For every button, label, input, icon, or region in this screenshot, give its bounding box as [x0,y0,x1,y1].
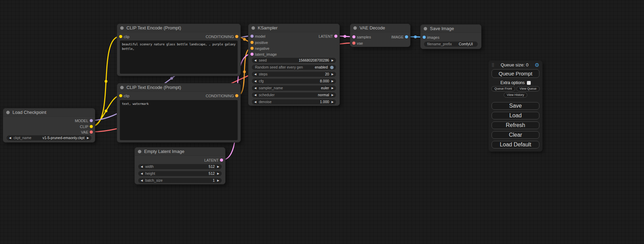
clear-button[interactable]: Clear [492,131,539,139]
queue-panel-header: ⣿ Queue size: 0 ⚙ [488,61,542,68]
input-label-vae: vae [357,41,363,46]
output-port-model[interactable] [90,119,93,122]
widget-sampler-name[interactable]: ◀ sampler_name euler ▶ [252,85,336,91]
input-port-samples[interactable] [352,35,355,38]
decrement-arrow-icon[interactable]: ◀ [254,72,256,77]
node-titlebar[interactable]: Load Checkpoint [3,108,95,117]
decrement-arrow-icon[interactable]: ◀ [141,164,143,169]
collapse-dot[interactable] [6,111,10,114]
increment-arrow-icon[interactable]: ▶ [332,79,334,84]
decrement-arrow-icon[interactable]: ◀ [254,79,256,84]
node-titlebar[interactable]: VAE Decode [350,24,410,32]
widget-denoise[interactable]: ◀ denoise 1.000 ▶ [252,99,336,105]
input-label-clip: clip [124,93,130,98]
widget-height[interactable]: ◀ height 512 ▶ [138,171,222,176]
save-button[interactable]: Save [492,102,539,110]
input-port-model[interactable] [250,35,254,38]
widget-width[interactable]: ◀ width 512 ▶ [138,164,222,169]
node-titlebar[interactable]: CLIP Text Encode (Prompt) [117,83,240,92]
output-port-latent[interactable] [334,35,337,38]
node-ksampler[interactable]: KSampler model positive negative latent_… [248,24,340,106]
node-titlebar[interactable]: KSampler [248,24,339,32]
input-port-negative[interactable] [250,47,254,50]
decrement-arrow-icon[interactable]: ◀ [254,58,256,63]
widget-batch-size[interactable]: ◀ batch_size 1 ▶ [138,178,222,183]
input-port-clip[interactable] [119,35,122,38]
collapse-dot[interactable] [353,26,357,30]
widget-seed[interactable]: ◀ seed 156680208700286 ▶ [252,58,336,63]
output-label-conditioning: CONDITIONING [206,93,234,98]
decrement-arrow-icon[interactable]: ◀ [141,171,143,176]
widget-ckpt-name[interactable]: ◀ ckpt_name v1-5-pruned-emaonly.ckpt ▶ [7,135,91,141]
widget-label: sampler_name [259,85,321,91]
output-port-image[interactable] [405,35,408,38]
decrement-arrow-icon[interactable]: ◀ [254,92,256,98]
node-title: CLIP Text Encode (Prompt) [126,85,181,90]
node-titlebar[interactable]: Empty Latent Image [135,147,225,156]
increment-arrow-icon[interactable]: ▶ [87,135,89,141]
decrement-arrow-icon[interactable]: ◀ [254,99,256,105]
widget-label: batch_size [145,178,213,183]
input-port-clip[interactable] [119,94,122,97]
increment-arrow-icon[interactable]: ▶ [217,178,219,183]
widget-label: denoise [259,99,320,105]
increment-arrow-icon[interactable]: ▶ [217,164,219,169]
decrement-arrow-icon[interactable]: ◀ [9,135,11,141]
input-label-positive: positive [255,40,268,45]
queue-prompt-button[interactable]: Queue Prompt [492,69,539,78]
view-queue-button[interactable]: View Queue [517,86,540,91]
load-default-button[interactable]: Load Default [492,141,539,148]
widget-filename-prefix[interactable]: filename_prefix ComfyUI [424,42,478,47]
collapse-dot[interactable] [252,26,255,30]
widget-scheduler[interactable]: ◀ scheduler normal ▶ [252,92,336,98]
widget-cfg[interactable]: ◀ cfg 8.000 ▶ [252,79,336,84]
increment-arrow-icon[interactable]: ▶ [332,72,334,77]
output-port-latent[interactable] [220,159,223,162]
collapse-dot[interactable] [138,150,141,153]
widget-random-seed-toggle[interactable]: Random seed after every gen enabled [252,65,336,70]
decrement-arrow-icon[interactable]: ◀ [254,85,256,91]
prompt-textarea[interactable]: text, watermark [120,100,238,140]
widget-value: 156680208700286 [299,58,329,63]
node-save-image[interactable]: Save Image images filename_prefix ComfyU… [420,24,482,49]
widget-value: 20 [325,72,329,77]
widget-label: seed [259,58,299,63]
node-title: VAE Decode [360,25,385,30]
node-titlebar[interactable]: CLIP Text Encode (Prompt) [117,24,240,32]
widget-value: 512 [209,164,215,169]
increment-arrow-icon[interactable]: ▶ [332,85,334,91]
node-empty-latent-image[interactable]: Empty Latent Image LATENT ◀ width 512 ▶ … [134,147,226,184]
output-port-conditioning[interactable] [235,35,238,38]
node-titlebar[interactable]: Save Image [421,25,481,33]
output-port-conditioning[interactable] [235,94,238,97]
prompt-textarea[interactable]: beautiful scenery nature glass bottle la… [120,40,238,74]
queue-front-button[interactable]: Queue Front [491,86,515,91]
extra-options-checkbox[interactable] [527,81,531,85]
node-vae-decode[interactable]: VAE Decode samples vae IMAGE [350,24,411,47]
widget-steps[interactable]: ◀ steps 20 ▶ [252,72,336,77]
collapse-dot[interactable] [424,27,427,30]
output-port-vae[interactable] [90,130,93,134]
output-label-latent: LATENT [204,158,219,163]
input-port-vae[interactable] [352,42,355,45]
collapse-dot[interactable] [120,86,124,89]
load-button[interactable]: Load [492,112,539,119]
toggle-indicator[interactable] [330,66,334,69]
drag-handle-icon[interactable]: ⣿ [492,63,494,67]
increment-arrow-icon[interactable]: ▶ [332,58,334,63]
increment-arrow-icon[interactable]: ▶ [332,92,334,98]
collapse-dot[interactable] [120,26,124,30]
node-clip-text-encode-positive[interactable]: CLIP Text Encode (Prompt) clip CONDITION… [117,24,241,76]
settings-gear-icon[interactable]: ⚙ [535,62,539,67]
input-port-positive[interactable] [250,41,254,44]
increment-arrow-icon[interactable]: ▶ [332,99,334,105]
input-port-images[interactable] [423,36,426,39]
view-history-button[interactable]: View History [504,92,527,98]
decrement-arrow-icon[interactable]: ◀ [141,178,143,183]
node-load-checkpoint[interactable]: Load Checkpoint MODEL CLIP VAE ◀ ckpt_na… [3,108,95,143]
output-port-clip[interactable] [90,125,93,128]
increment-arrow-icon[interactable]: ▶ [217,171,219,176]
input-port-latent-image[interactable] [250,53,254,56]
node-clip-text-encode-negative[interactable]: CLIP Text Encode (Prompt) clip CONDITION… [117,83,241,143]
refresh-button[interactable]: Refresh [492,121,539,129]
